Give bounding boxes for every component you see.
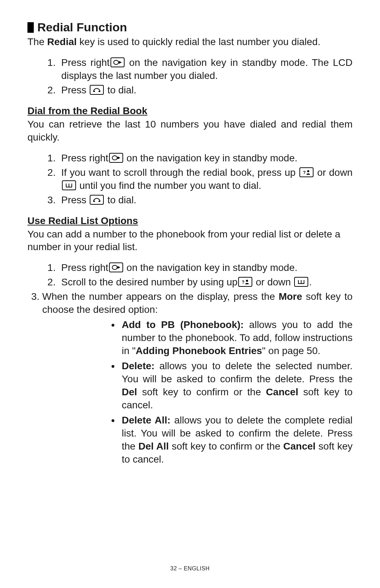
- text-bold: More: [279, 291, 302, 302]
- section-intro: The Redial key is used to quickly redial…: [27, 36, 353, 49]
- text: or down: [314, 167, 353, 178]
- text: Press right: [61, 153, 108, 163]
- svg-point-14: [246, 280, 248, 282]
- text: The: [27, 36, 47, 47]
- text: Press right: [61, 262, 108, 273]
- call-key-icon: [90, 195, 104, 205]
- manual-page: Redial Function The Redial key is used t…: [0, 0, 380, 588]
- svg-point-11: [112, 265, 117, 270]
- text: soft key to confirm or the: [137, 386, 266, 397]
- list-item: Press right on the navigation key in sta…: [58, 152, 353, 165]
- svg-point-7: [307, 170, 309, 172]
- section-title: Redial Function: [37, 20, 127, 34]
- text-bold: Redial: [47, 36, 77, 47]
- text: key is used to quickly redial the last n…: [77, 36, 321, 47]
- text: Scroll to the desired number by using up: [61, 277, 238, 287]
- steps-redial-options: Press right on the navigation key in sta…: [27, 261, 353, 466]
- text: on the navigation key in standby mode.: [124, 153, 297, 163]
- subheading-redial-book: Dial from the Redial Book: [27, 105, 353, 117]
- svg-point-0: [114, 60, 119, 64]
- text-bold: Add to PB (Phonebook):: [122, 319, 244, 330]
- text: to dial.: [104, 194, 136, 205]
- text-bold: Cancel: [266, 386, 298, 397]
- text: Press right: [61, 57, 110, 68]
- text-bold: Del: [122, 386, 137, 397]
- list-item: Press right on the navigation key in sta…: [58, 56, 353, 82]
- options-bullets: Add to PB (Phonebook): allows you to add…: [42, 318, 353, 466]
- svg-rect-2: [93, 91, 95, 92]
- svg-point-4: [112, 156, 117, 160]
- text: Press: [61, 85, 89, 95]
- list-item: Delete All: allows you to delete the com…: [120, 414, 353, 466]
- text: If you want to scroll through the redial…: [61, 167, 299, 178]
- nav-right-icon: [109, 153, 123, 163]
- text-bold: Delete All:: [122, 415, 171, 426]
- nav-right-icon: [109, 262, 123, 272]
- text-bold: Delete:: [122, 360, 154, 371]
- text-bold: Del All: [138, 441, 169, 452]
- text: to dial.: [104, 85, 136, 95]
- list-item: Scroll to the desired number by using up…: [58, 276, 353, 289]
- text-bold: Adding Phonebook Entries: [136, 345, 262, 356]
- section-heading: Redial Function: [27, 20, 353, 34]
- text: When the number appears on the display, …: [42, 291, 279, 302]
- svg-marker-12: [118, 266, 120, 269]
- text: Press: [61, 194, 89, 205]
- sub1-intro: You can retrieve the last 10 numbers you…: [27, 118, 353, 144]
- list-item: Press to dial.: [58, 194, 353, 207]
- svg-text:?: ?: [303, 170, 306, 175]
- svg-marker-5: [118, 156, 120, 159]
- text-bold: Cancel: [283, 441, 316, 452]
- text: " on page 50.: [262, 345, 321, 356]
- text: or down: [253, 277, 293, 287]
- svg-rect-9: [93, 201, 95, 202]
- nav-down-icon: [62, 180, 76, 190]
- nav-down-icon: [294, 277, 308, 287]
- sub2-intro: You can add a number to the phonebook fr…: [27, 228, 353, 254]
- nav-right-icon: [110, 57, 125, 67]
- subheading-redial-options: Use Redial List Options: [27, 215, 353, 227]
- svg-rect-3: [99, 91, 100, 92]
- list-item: When the number appears on the display, …: [42, 290, 353, 466]
- text: .: [309, 277, 312, 287]
- page-footer: 32 – ENGLISH: [0, 565, 380, 572]
- steps-redial-book: Press right on the navigation key in sta…: [27, 152, 353, 207]
- text: allows you to delete the selected number…: [122, 360, 353, 384]
- text: soft key to confirm or the: [169, 441, 283, 452]
- nav-up-icon: ?: [238, 277, 252, 287]
- svg-rect-10: [99, 201, 100, 202]
- call-key-icon: [90, 85, 104, 95]
- text: until you find the number you want to di…: [77, 180, 261, 191]
- steps-redial: Press right on the navigation key in sta…: [27, 56, 353, 97]
- svg-text:?: ?: [242, 279, 245, 285]
- text: on the navigation key in standby mode.: [124, 262, 297, 273]
- list-item: Press right on the navigation key in sta…: [58, 261, 353, 274]
- nav-up-icon: ?: [299, 167, 314, 177]
- list-item: If you want to scroll through the redial…: [58, 166, 353, 192]
- svg-marker-1: [119, 61, 122, 64]
- list-item: Press to dial.: [58, 84, 353, 97]
- section-marker-icon: [27, 22, 34, 33]
- list-item: Add to PB (Phonebook): allows you to add…: [120, 318, 353, 358]
- list-item: Delete: allows you to delete the selecte…: [120, 360, 353, 412]
